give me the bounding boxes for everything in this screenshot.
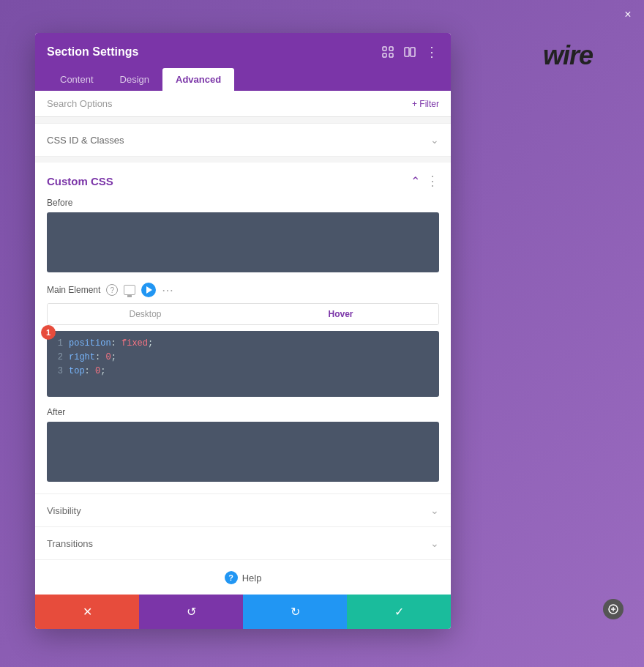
code-editor[interactable]: 1 1 position: fixed; 2 right: 0; 3 top: …	[47, 331, 439, 397]
play-triangle	[146, 286, 152, 294]
menu-dots-icon[interactable]: ⋮	[424, 45, 439, 59]
svg-rect-1	[389, 47, 393, 51]
tab-advanced[interactable]: Advanced	[162, 68, 234, 91]
fullscreen-icon[interactable]	[381, 45, 395, 59]
css-id-classes-header[interactable]: CSS ID & Classes ⌄	[35, 124, 451, 156]
window-close-button[interactable]: ×	[619, 6, 637, 23]
transitions-title: Transitions	[47, 538, 93, 549]
modal-title: Section Settings	[47, 45, 138, 59]
main-element-row: Main Element ? ⋯	[47, 283, 439, 297]
svg-rect-4	[405, 48, 409, 56]
code-line-2: 2 right: 0;	[53, 351, 433, 365]
wire-logo: wire	[543, 40, 593, 71]
visibility-chevron: ⌄	[430, 504, 439, 516]
visibility-section: Visibility ⌄	[35, 493, 451, 526]
tab-desktop[interactable]: Desktop	[48, 304, 243, 324]
scroll-indicator[interactable]	[603, 599, 624, 619]
help-question-icon[interactable]: ?	[106, 284, 118, 296]
desktop-device-icon[interactable]	[124, 285, 135, 295]
after-textarea[interactable]	[47, 422, 439, 482]
section-settings-modal: Section Settings ⋮	[35, 33, 451, 629]
save-button[interactable]: ✓	[347, 595, 451, 629]
modal-body: Search Options + Filter CSS ID & Classes…	[35, 91, 451, 595]
help-link[interactable]: ? Help	[225, 571, 262, 584]
tab-hover[interactable]: Hover	[243, 304, 438, 324]
transitions-section: Transitions ⌄	[35, 526, 451, 559]
code-line-1: 1 position: fixed;	[53, 337, 433, 351]
before-textarea[interactable]	[47, 212, 439, 272]
visibility-header[interactable]: Visibility ⌄	[35, 494, 451, 526]
search-placeholder: Search Options	[47, 98, 113, 109]
modal-header-icons: ⋮	[381, 45, 439, 59]
help-circle-icon: ?	[225, 571, 238, 584]
svg-rect-5	[411, 48, 415, 56]
transitions-chevron: ⌄	[430, 537, 439, 549]
line-badge: 1	[41, 325, 56, 340]
custom-css-title: Custom CSS	[47, 175, 113, 187]
custom-css-header-icons: ⌃ ⋮	[411, 173, 439, 189]
css-id-classes-chevron: ⌄	[430, 134, 439, 146]
modal-header: Section Settings ⋮	[35, 33, 451, 91]
code-line-3: 3 top: 0;	[53, 365, 433, 379]
help-label: Help	[242, 573, 262, 584]
css-id-classes-section: CSS ID & Classes ⌄	[35, 123, 451, 157]
custom-css-collapse-icon[interactable]: ⌃	[411, 174, 420, 188]
tab-content[interactable]: Content	[47, 68, 107, 91]
svg-rect-3	[389, 53, 393, 57]
play-button[interactable]	[141, 283, 156, 297]
filter-button[interactable]: + Filter	[412, 99, 439, 109]
main-element-dots-icon[interactable]: ⋯	[162, 283, 174, 297]
visibility-title: Visibility	[47, 505, 81, 516]
custom-css-block: Custom CSS ⌃ ⋮ Before Main Element ? ⋯	[35, 163, 451, 493]
help-footer: ? Help	[35, 559, 451, 595]
state-tabs: Desktop Hover	[47, 303, 439, 325]
split-icon[interactable]	[402, 45, 417, 59]
cancel-button[interactable]: ✕	[35, 595, 139, 629]
main-element-label: Main Element	[47, 285, 100, 295]
modal-tabs: Content Design Advanced	[47, 68, 439, 91]
modal-footer: ✕ ↺ ↻ ✓	[35, 595, 451, 629]
tab-design[interactable]: Design	[107, 68, 162, 91]
after-label: After	[47, 407, 439, 417]
reset-button[interactable]: ↺	[139, 595, 243, 629]
svg-rect-2	[383, 53, 386, 57]
css-id-classes-title: CSS ID & Classes	[47, 135, 124, 146]
custom-css-header: Custom CSS ⌃ ⋮	[47, 163, 439, 198]
before-label: Before	[47, 198, 439, 208]
modal-title-row: Section Settings ⋮	[47, 45, 439, 59]
transitions-header[interactable]: Transitions ⌄	[35, 527, 451, 559]
search-bar: Search Options + Filter	[35, 91, 451, 117]
custom-css-menu-icon[interactable]: ⋮	[426, 173, 439, 189]
svg-rect-0	[383, 47, 386, 51]
redo-button[interactable]: ↻	[243, 595, 347, 629]
